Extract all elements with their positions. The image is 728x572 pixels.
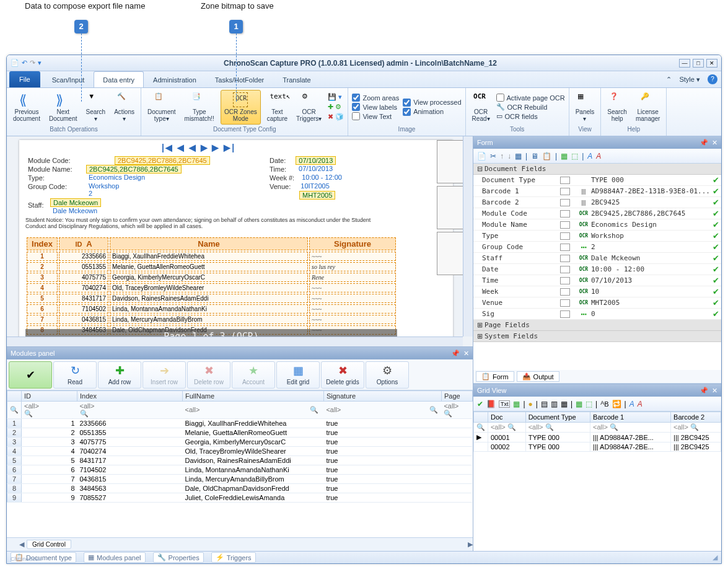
form-field-row[interactable]: Document TypeTYPE 000✔	[473, 175, 721, 186]
form-field-row[interactable]: Barcode 2|||2BC9425✔	[473, 197, 721, 208]
filter-fullname[interactable]	[185, 406, 308, 413]
modules-row[interactable]: 220551355Melanie, GuettaAllenRomeoGuettt…	[7, 428, 473, 438]
gv-l1[interactable]: ▤	[541, 400, 548, 408]
delete-icon[interactable]: ✖ 🧊	[328, 113, 344, 121]
modules-row[interactable]: 667104502Linda, MontannaAmandaNathanKitr…	[7, 465, 473, 475]
form-pin-icon[interactable]: 📌	[699, 139, 708, 147]
gv-ab-icon[interactable]: AB	[600, 400, 608, 408]
view-text-check[interactable]: View Text	[352, 112, 399, 120]
filter-id[interactable]	[24, 402, 69, 410]
modules-row[interactable]: 447040274Old, TraceyBromleyWildeShearert…	[7, 447, 473, 456]
gv-excel-icon[interactable]: ▦	[513, 400, 520, 408]
animation-check[interactable]: Animation	[403, 108, 461, 116]
tab-administration[interactable]: Administration	[144, 71, 206, 87]
actions-button[interactable]: 🔨Actions ▾	[112, 91, 137, 123]
form-tab[interactable]: 📋Form	[476, 371, 514, 382]
form-field-row[interactable]: Group Code▪▪▪2✔	[473, 242, 721, 253]
form-tool-doc[interactable]: 📋	[542, 152, 551, 161]
form-tool-up[interactable]: ↑	[500, 152, 504, 161]
activate-page-ocr-check[interactable]: Activate page OCR	[496, 94, 565, 102]
gridview-close-icon[interactable]: ✕	[712, 387, 717, 395]
modules-ok-button[interactable]: ✔	[9, 361, 52, 389]
modules-row[interactable]: 770436815Linda, MercuryAmandaBillyBromtr…	[7, 475, 473, 484]
minimize-button[interactable]: —	[679, 59, 690, 68]
viewer-h-scrollbar[interactable]	[7, 337, 463, 346]
form-field-row[interactable]: VenueOCRMHT2005✔	[473, 297, 721, 309]
style-menu[interactable]: Style ▾	[675, 74, 704, 85]
document-viewer[interactable]: |◀ ◀ ◀ ▶ ▶ ▶| Module Code: 2BC9425,2BC78…	[7, 136, 473, 347]
form-tool-grid[interactable]: ▦	[515, 152, 522, 161]
gridview-pin-icon[interactable]: 📌	[699, 387, 708, 395]
gv-fa[interactable]: A	[629, 400, 634, 408]
status-properties[interactable]: 🔧 Properties	[153, 552, 204, 563]
form-body[interactable]: Document Fields Document TypeTYPE 000✔Ba…	[473, 164, 721, 370]
view-processed-check[interactable]: View processed	[403, 99, 461, 107]
filter-index[interactable]	[80, 402, 170, 410]
tab-scan-input[interactable]: Scan/Input	[43, 71, 94, 87]
gv-g1[interactable]: ▦	[576, 400, 582, 408]
modules-read-button[interactable]: ↻Read	[53, 361, 97, 389]
gv-pdf-icon[interactable]: 📕	[486, 400, 496, 408]
modules-insert-row-button[interactable]: ➔Insert row	[143, 361, 186, 389]
form-field-row[interactable]: DateOCR10:00 - 12:00✔	[473, 264, 721, 275]
modules-filter-row[interactable]: 🔍 🔍 🔍 🔍 🔍 🔍	[7, 402, 473, 419]
text-capture-button[interactable]: text↖Text capture	[265, 91, 290, 123]
gv-g2[interactable]: ⬚	[585, 400, 592, 408]
document-type-button[interactable]: 📋Document type▾	[145, 91, 178, 123]
system-fields-group[interactable]: System Fields	[473, 331, 721, 342]
close-button[interactable]: ✕	[706, 59, 717, 68]
form-field-row[interactable]: StaffOCRDale Mckeown✔	[473, 253, 721, 264]
form-field-row[interactable]: Module NameOCREconomics Design✔	[473, 219, 721, 231]
ocr-triggers-button[interactable]: ⚙OCR Triggers▾	[294, 91, 324, 123]
tab-translate[interactable]: Translate	[273, 71, 320, 87]
collapse-ribbon-icon[interactable]: ⌃	[666, 76, 672, 84]
tab-data-entry[interactable]: Data entry	[94, 71, 144, 87]
form-field-row[interactable]: TypeOCRWorkshop✔	[473, 231, 721, 242]
undo-icon[interactable]: ↶	[22, 59, 27, 67]
modules-options-button[interactable]: ⚙Options	[366, 361, 409, 389]
ocr-zones-mode-button[interactable]: OCROCR Zones Mode	[221, 90, 261, 125]
previous-document-button[interactable]: ⟪Previous document	[11, 91, 43, 123]
gridview-row[interactable]: ▶00001TYPE 000||| AD9884A7-2BE...||| 2BC…	[473, 433, 721, 442]
file-menu[interactable]: File	[9, 71, 40, 87]
zoom-areas-check[interactable]: Zoom areas	[352, 94, 399, 102]
modules-row[interactable]: 112335666Biaggi, XauIlhanFreddieWhitehea…	[7, 419, 473, 428]
modules-add-row-button[interactable]: ✚Add row	[98, 361, 141, 389]
gv-swap-icon[interactable]: 🔁	[612, 400, 621, 408]
gridview-row[interactable]: 00002TYPE 000||| AD9884A7-2BE...||| 2BC9…	[473, 442, 721, 452]
status-modules-panel[interactable]: ▦ Modules panel	[84, 552, 146, 563]
gridview-filter-row[interactable]: 🔍 <all> 🔍 <all> 🔍 <all> 🔍 <all> 🔍	[473, 423, 721, 433]
modules-row[interactable]: 334075775Georgia, KimberlyMercury0scarCt…	[7, 438, 473, 447]
form-field-row[interactable]: Sig▪▪▪0✔	[473, 309, 721, 320]
form-tool-g2[interactable]: ⬚	[571, 152, 578, 161]
form-tool-down[interactable]: ↓	[507, 152, 511, 161]
search-button[interactable]: ▼Search ▾	[84, 91, 108, 123]
tab-tasks-hotfolder[interactable]: Tasks/HotFolder	[206, 71, 273, 87]
panels-button[interactable]: ▦Panels ▾	[573, 91, 597, 123]
license-manager-button[interactable]: 🔑License manager	[633, 91, 662, 123]
gv-txt-icon[interactable]: Txt	[499, 400, 511, 408]
modules-row[interactable]: 558431717Davidson, RainesRainesAdamEddit…	[7, 456, 473, 465]
modules-delete-row-button[interactable]: ✖Delete row	[187, 361, 230, 389]
modules-edit-grid-button[interactable]: ▦Edit grid	[276, 361, 320, 389]
modules-grid[interactable]: ID Index FullName Signature Page 🔍 🔍 🔍 🔍…	[7, 390, 473, 537]
page-nav-arrows[interactable]: |◀ ◀ ◀ ▶ ▶ ▶|	[162, 143, 235, 152]
ocr-read-button[interactable]: OCROCR Read▾	[470, 91, 493, 123]
form-tool-monitor[interactable]: 🖥	[531, 152, 538, 161]
modules-row[interactable]: 997085527Juliet, ColeFreddieLewisAmandat…	[7, 493, 473, 503]
form-field-row[interactable]: Module CodeOCR2BC9425,2BC7886,2BC7645✔	[473, 208, 721, 219]
form-tool-g1[interactable]: ▦	[561, 152, 568, 161]
gv-coin-icon[interactable]: ●	[528, 400, 533, 408]
gv-fa2[interactable]: A	[638, 400, 642, 408]
redo-icon[interactable]: ↷	[30, 59, 35, 67]
document-fields-group[interactable]: Document Fields	[473, 164, 721, 175]
output-tab[interactable]: 📤Output	[517, 371, 559, 382]
form-field-row[interactable]: WeekOCR10✔	[473, 286, 721, 297]
form-tool-1[interactable]: 📄	[477, 152, 486, 161]
ocr-fields-button[interactable]: ▭OCR fields	[496, 112, 565, 120]
viewer-v-scrollbar[interactable]	[463, 136, 473, 337]
search-help-button[interactable]: ❓Search help	[605, 91, 629, 123]
form-field-row[interactable]: Barcode 1|||AD9884A7-2BE2-131B-93E8-01..…	[473, 186, 721, 197]
add-icon[interactable]: ✚ ⚙	[328, 103, 344, 111]
form-tool-cut[interactable]: ✂	[490, 152, 496, 161]
